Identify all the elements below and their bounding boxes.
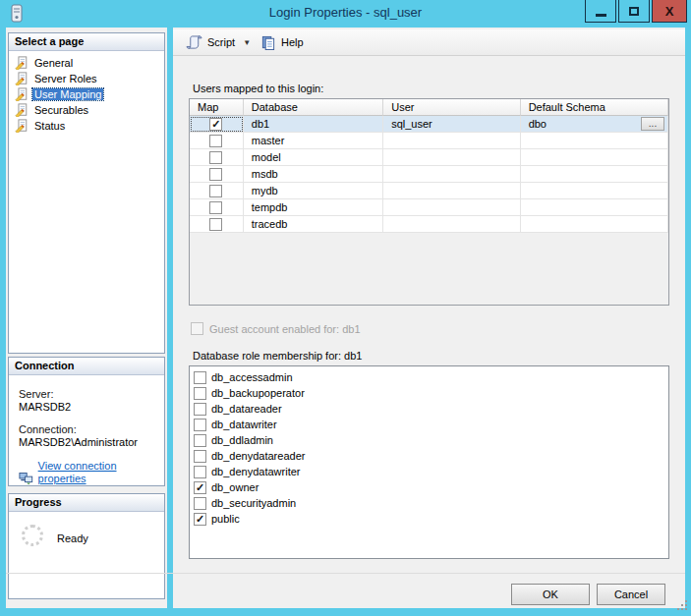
user-cell[interactable] [383, 149, 520, 166]
default-schema-cell[interactable] [521, 149, 668, 166]
role-list-item[interactable]: db_denydatareader [190, 448, 668, 464]
role-list-item[interactable]: ✓ db_owner [190, 479, 668, 495]
role-checkbox[interactable]: ✓ [194, 481, 206, 494]
database-cell[interactable]: model [244, 149, 383, 166]
role-name-label: db_ddladmin [211, 434, 273, 446]
column-header-default-schema[interactable]: Default Schema [521, 99, 668, 116]
sidebar-item-general[interactable]: General [9, 55, 164, 71]
default-schema-value: dbo [529, 118, 547, 130]
column-header-map[interactable]: Map [190, 99, 244, 116]
table-row[interactable]: tracedb [190, 216, 668, 233]
role-checkbox[interactable]: ✓ [194, 513, 206, 526]
role-checkbox[interactable] [194, 497, 206, 510]
close-icon: X [665, 5, 674, 18]
role-checkbox[interactable] [194, 371, 206, 384]
script-button-label: Script [207, 36, 235, 48]
minimize-button[interactable] [585, 0, 616, 23]
cancel-button[interactable]: Cancel [597, 584, 665, 605]
map-checkbox[interactable] [209, 218, 222, 231]
table-row[interactable]: tempdb [190, 199, 668, 216]
default-schema-cell[interactable] [521, 183, 668, 199]
maximize-icon [629, 7, 639, 16]
sidebar-item-securables[interactable]: Securables [9, 102, 164, 118]
column-header-user[interactable]: User [383, 99, 520, 116]
role-checkbox[interactable] [194, 419, 206, 431]
user-cell[interactable] [383, 199, 520, 216]
script-dropdown-arrow-icon[interactable]: ▼ [243, 38, 251, 47]
role-name-label: db_securityadmin [211, 497, 296, 509]
view-connection-properties-link[interactable]: View connection properties [38, 460, 156, 485]
role-checkbox[interactable] [194, 450, 206, 463]
role-checkbox[interactable] [194, 434, 206, 447]
user-cell[interactable] [383, 216, 520, 233]
footer-separator [6, 573, 685, 574]
progress-status: Ready [57, 532, 88, 544]
sidebar-item-server-roles[interactable]: Server Roles [9, 71, 164, 86]
map-cell [190, 133, 244, 149]
role-list-item[interactable]: db_backupoperator [190, 385, 668, 401]
role-checkbox[interactable] [194, 466, 206, 478]
dialog-body: Select a page General Server Roles [6, 28, 685, 608]
resize-grip[interactable] [677, 600, 679, 602]
role-name-label: db_accessadmin [211, 371, 293, 383]
map-cell [190, 166, 244, 183]
table-row[interactable]: msdb [190, 166, 668, 183]
role-name-label: db_backupoperator [211, 387, 305, 399]
map-checkbox[interactable]: ✓ [209, 118, 222, 131]
role-name-label: public [211, 513, 240, 525]
role-list-item[interactable]: db_datawriter [190, 417, 668, 432]
default-schema-cell[interactable]: dbo ... [521, 116, 668, 133]
database-cell[interactable]: tracedb [244, 216, 383, 233]
role-list-item[interactable]: db_securityadmin [190, 495, 668, 511]
role-list-item[interactable]: db_datareader [190, 401, 668, 417]
sidebar-item-label: User Mapping [32, 88, 103, 100]
sidebar-item-user-mapping[interactable]: User Mapping [9, 86, 164, 102]
user-cell[interactable] [383, 166, 520, 183]
default-schema-cell[interactable] [521, 133, 668, 149]
role-checkbox[interactable] [194, 387, 206, 400]
map-cell: ✓ [190, 116, 244, 133]
close-button[interactable]: X [652, 0, 687, 23]
map-cell [190, 216, 244, 233]
user-cell[interactable] [383, 183, 520, 199]
help-button[interactable]: Help [256, 33, 309, 52]
user-cell[interactable] [383, 133, 520, 149]
role-list-item[interactable]: db_accessadmin [190, 369, 668, 385]
map-cell [190, 199, 244, 216]
table-row[interactable]: mydb [190, 183, 668, 199]
map-checkbox[interactable] [209, 201, 222, 214]
map-checkbox[interactable] [209, 168, 222, 181]
table-row[interactable]: master [190, 133, 668, 149]
column-header-database[interactable]: Database [244, 99, 383, 116]
table-row[interactable]: ✓ db1 sql_user dbo ... [190, 116, 668, 133]
progress-panel: Progress Ready [8, 493, 165, 599]
titlebar[interactable]: Login Properties - sql_user X [0, 0, 691, 28]
sidebar-item-label: Securables [32, 104, 90, 116]
ok-button[interactable]: OK [511, 584, 590, 605]
user-cell[interactable]: sql_user [383, 116, 520, 133]
database-cell[interactable]: db1 [244, 116, 383, 133]
role-list-item[interactable]: db_denydatawriter [190, 464, 668, 479]
database-cell[interactable]: master [244, 133, 383, 149]
map-checkbox[interactable] [209, 135, 222, 147]
maximize-button[interactable] [618, 0, 650, 23]
guest-account-checkbox [191, 322, 203, 335]
database-cell[interactable]: tempdb [244, 199, 383, 216]
table-row[interactable]: model [190, 149, 668, 166]
default-schema-cell[interactable] [521, 216, 668, 233]
role-list-item[interactable]: db_ddladmin [190, 432, 668, 448]
database-cell[interactable]: msdb [244, 166, 383, 183]
sidebar-item-label: General [32, 57, 75, 69]
database-cell[interactable]: mydb [244, 183, 383, 199]
role-list-item[interactable]: ✓ public [190, 511, 668, 527]
default-schema-cell[interactable] [521, 166, 668, 183]
browse-default-schema-button[interactable]: ... [641, 117, 664, 131]
script-button[interactable]: Script ▼ [181, 33, 256, 52]
map-checkbox[interactable] [209, 151, 222, 164]
sidebar-item-status[interactable]: Status [9, 118, 164, 134]
guest-account-label: Guest account enabled for: db1 [209, 323, 361, 335]
sidebar-item-label: Status [32, 120, 67, 132]
map-checkbox[interactable] [209, 185, 222, 197]
default-schema-cell[interactable] [521, 199, 668, 216]
role-checkbox[interactable] [194, 403, 206, 416]
